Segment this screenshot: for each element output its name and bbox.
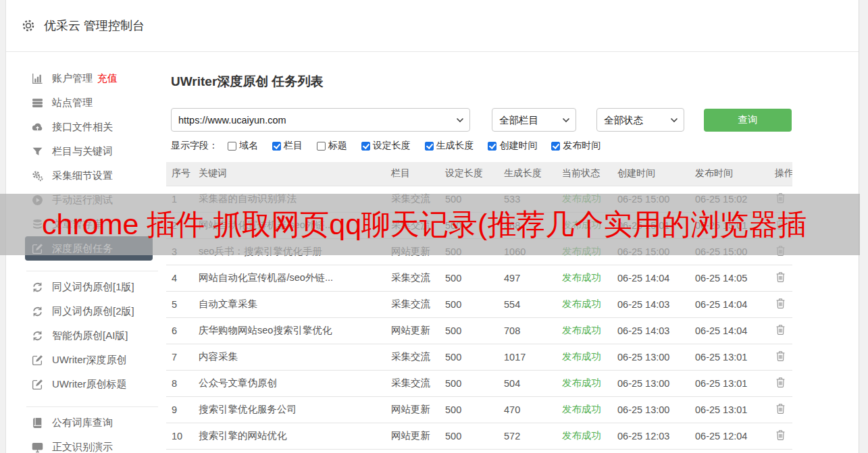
sidebar-item-label: 接口文件相关 — [52, 121, 113, 134]
sidebar-item[interactable]: 接口文件相关 — [25, 115, 153, 139]
recharge-badge[interactable]: 充值 — [97, 72, 118, 85]
field-checkbox[interactable]: 标题 — [317, 140, 347, 152]
trash-icon[interactable] — [775, 323, 786, 336]
table-row: 5 自动文章采集 采集交流 500 554 发布成功 06-25 14:03 0… — [166, 291, 792, 317]
field-checkbox-label: 发布时间 — [563, 140, 601, 152]
field-checkbox-label: 生成长度 — [436, 140, 474, 152]
field-checkbox[interactable]: 生成长度 — [425, 140, 474, 152]
cell-actions — [769, 344, 792, 370]
column-header: 栏目 — [386, 162, 440, 186]
cell-set-length: 500 — [440, 265, 499, 291]
cell-created: 06-25 14:03 — [612, 317, 690, 344]
cell-published: 06-25 13:01 — [690, 370, 769, 396]
site-select[interactable]: https://www.ucaiyun.com — [171, 108, 470, 132]
refresh-icon — [32, 306, 43, 317]
site-select-wrap: https://www.ucaiyun.com — [171, 108, 470, 132]
column-header: 关键词 — [193, 162, 386, 186]
sidebar-item[interactable]: 公有词库查询 — [25, 410, 153, 435]
column-header: 创建时间 — [612, 162, 690, 186]
cell-index: 10 — [166, 423, 193, 449]
trash-icon[interactable] — [775, 376, 786, 389]
column-select[interactable]: 全部栏目 — [492, 108, 576, 132]
trash-icon[interactable] — [775, 350, 786, 363]
checkbox-icon[interactable] — [425, 142, 434, 151]
table-row: 9 搜索引擎优化服务公司 网站更新 500 470 发布成功 06-25 13:… — [166, 396, 792, 423]
column-header: 设定长度 — [440, 162, 499, 186]
cell-column: 采集交流 — [386, 265, 440, 291]
cell-keyword: 搜索引擎的网站优化 — [193, 423, 386, 449]
cell-actions — [769, 396, 792, 423]
cell-index: 4 — [166, 265, 193, 291]
cell-created: 06-25 14:04 — [612, 265, 690, 291]
sidebar-item-label: 采集细节设置 — [52, 169, 113, 182]
field-checkbox[interactable]: 发布时间 — [551, 140, 601, 152]
checkbox-icon[interactable] — [272, 142, 281, 151]
column-header: 生成长度 — [499, 162, 557, 186]
checkbox-icon[interactable] — [317, 142, 326, 151]
cell-published: 06-25 13:01 — [690, 344, 769, 370]
cell-gen-length: 497 — [499, 265, 557, 291]
sidebar-item[interactable]: 同义词伪原创[1版] — [25, 275, 153, 299]
cell-index: 7 — [166, 344, 193, 370]
cell-published: 06-25 14:05 — [690, 265, 769, 291]
cell-gen-length: 572 — [499, 423, 557, 449]
status-select[interactable]: 全部状态 — [596, 108, 684, 132]
cell-status: 发布成功 — [557, 317, 612, 344]
sidebar-item[interactable]: UWriter深度原创 — [25, 348, 153, 372]
cell-published: 06-25 14:04 — [690, 291, 769, 317]
checkbox-icon[interactable] — [551, 142, 560, 151]
cell-actions — [769, 291, 792, 317]
cell-column: 网站更新 — [386, 317, 440, 344]
column-select-wrap: 全部栏目 — [492, 108, 576, 132]
sidebar-item[interactable]: 正文识别演示 — [25, 435, 153, 453]
field-checkbox[interactable]: 栏目 — [272, 140, 303, 152]
cell-keyword: 自动文章采集 — [193, 291, 386, 317]
cell-set-length: 500 — [440, 291, 499, 317]
checkbox-icon[interactable] — [361, 142, 370, 151]
sidebar-item[interactable]: 站点管理 — [25, 90, 153, 115]
sidebar-item[interactable]: 同义词伪原创[2版] — [25, 299, 153, 323]
sidebar-item-label: 公有词库查询 — [52, 417, 113, 429]
trash-icon[interactable] — [775, 271, 786, 284]
sidebar-item[interactable]: 智能伪原创[AI版] — [25, 323, 153, 348]
checkbox-icon[interactable] — [228, 142, 236, 151]
sidebar-item-label: 站点管理 — [52, 97, 93, 109]
trash-icon[interactable] — [775, 402, 786, 415]
sidebar-item[interactable]: 栏目与关键词 — [25, 139, 153, 163]
cell-created: 06-25 12:03 — [612, 423, 690, 449]
column-header: 序号 — [166, 162, 193, 186]
sidebar-item[interactable]: 采集细节设置 — [25, 163, 153, 188]
trash-icon[interactable] — [775, 429, 786, 442]
field-checkbox[interactable]: 设定长度 — [361, 140, 411, 152]
app-title: 优采云 管理控制台 — [44, 18, 145, 34]
gears-icon — [32, 170, 43, 182]
field-checkbox[interactable]: 创建时间 — [488, 140, 537, 152]
cell-actions — [769, 317, 792, 344]
cell-published: 06-25 13:01 — [690, 396, 769, 423]
field-checkbox-label: 栏目 — [284, 140, 303, 152]
checkbox-icon[interactable] — [488, 142, 496, 151]
table-row: 10 搜索引擎的网站优化 网站更新 500 572 发布成功 06-25 12:… — [166, 423, 792, 449]
cell-index: 9 — [166, 396, 193, 423]
cell-column: 网站更新 — [386, 423, 440, 449]
search-button[interactable]: 查询 — [704, 109, 792, 132]
sidebar-divider — [26, 271, 158, 271]
cell-actions — [769, 370, 792, 396]
cell-actions — [769, 423, 792, 449]
refresh-icon — [32, 282, 43, 293]
sidebar-item-label: 智能伪原创[AI版] — [52, 329, 128, 342]
sidebar-item[interactable]: UWriter原创标题 — [25, 372, 153, 396]
trash-icon[interactable] — [775, 297, 786, 310]
cell-keyword: 搜索引擎优化服务公司 — [193, 396, 386, 423]
sidebar-item[interactable]: 账户管理 充值 — [25, 66, 153, 90]
field-checkbox[interactable]: 域名 — [228, 140, 258, 152]
cell-column: 采集交流 — [386, 370, 440, 396]
cell-set-length: 500 — [440, 317, 499, 344]
cell-set-length: 500 — [440, 370, 499, 396]
column-header: 当前状态 — [557, 162, 612, 186]
cell-created: 06-25 13:00 — [612, 344, 690, 370]
cell-status: 发布成功 — [557, 291, 612, 317]
cell-index: 5 — [166, 291, 193, 317]
cell-created: 06-25 14:03 — [612, 291, 690, 317]
cell-column: 网站更新 — [386, 396, 440, 423]
